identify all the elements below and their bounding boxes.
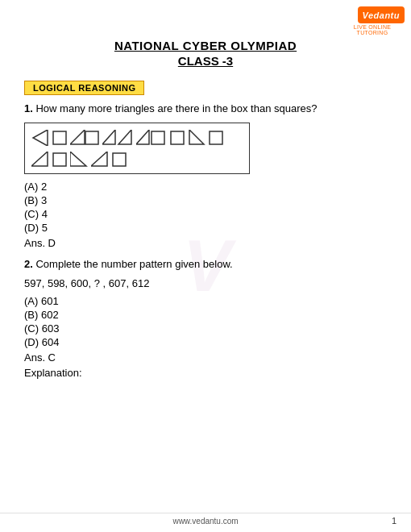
shape-square-tri-sq-2 [136,130,167,146]
page-number: 1 [392,516,396,526]
q2-option-c: (C) 603 [24,322,387,335]
logo-area: Vedantu LIVE ONLINE TUTORING [340,6,405,35]
logo-box: Vedantu [358,6,405,23]
shape-tri-r2-1 [188,130,206,146]
svg-marker-2 [70,130,85,144]
svg-rect-8 [171,131,184,144]
shape-sq-r2-2 [52,152,67,167]
svg-rect-7 [152,131,164,144]
q1-option-c: (C) 4 [24,208,387,220]
shape-sq-r2-3 [112,152,127,167]
q2-explanation: Explanation: [24,367,387,379]
q1-option-b: (B) 3 [24,194,387,206]
svg-marker-14 [91,152,107,166]
svg-rect-12 [53,153,66,166]
shape-triangle-1 [31,130,49,146]
question-1: 1. How many more triangles are there in … [24,102,387,249]
q2-option-d: (D) 604 [24,336,387,348]
shape-two-tris [102,130,133,146]
svg-marker-9 [189,130,204,144]
question-1-text: 1. How many more triangles are there in … [24,102,387,116]
q1-option-d: (D) 5 [24,222,387,234]
svg-marker-4 [102,130,115,144]
svg-rect-10 [210,131,222,144]
shapes-box [24,123,250,174]
svg-marker-11 [31,152,48,166]
question-2-text: 2. Complete the number pattern given bel… [24,257,387,272]
question-2-pattern: 597, 598, 600, ? , 607, 612 [24,276,387,291]
shape-tri-r2-4 [91,152,109,168]
svg-rect-3 [85,131,98,144]
q1-option-a: (A) 2 [24,181,387,193]
page-title: NATIONAL CYBER OLYMPIAD [24,39,387,52]
svg-rect-1 [53,131,66,144]
footer: www.vedantu.com [0,513,411,526]
svg-rect-15 [113,153,126,166]
section-label: LOGICAL REASONING [24,73,387,102]
q1-answer: Ans. D [24,237,387,249]
footer-website: www.vedantu.com [172,517,238,526]
question-2: 2. Complete the number pattern given bel… [24,257,387,378]
shape-tri-r2-3 [70,152,88,168]
shape-tri-sq-1 [70,130,99,146]
q2-option-b: (B) 602 [24,309,387,321]
page-header: NATIONAL CYBER OLYMPIAD CLASS -3 [24,39,387,68]
svg-marker-6 [136,130,149,144]
logo-tagline: LIVE ONLINE TUTORING [340,24,405,35]
shape-square-2 [170,131,185,145]
page-subtitle: CLASS -3 [24,54,387,68]
shape-tri-r2-2 [31,152,49,168]
shape-square-1 [52,131,67,145]
q2-answer: Ans. C [24,351,387,364]
svg-marker-13 [70,152,86,166]
q2-option-a: (A) 601 [24,295,387,307]
svg-marker-5 [118,130,131,144]
svg-marker-0 [33,130,48,146]
logo-text: Vedantu [363,10,401,20]
shape-sq-r2-1 [209,131,223,145]
